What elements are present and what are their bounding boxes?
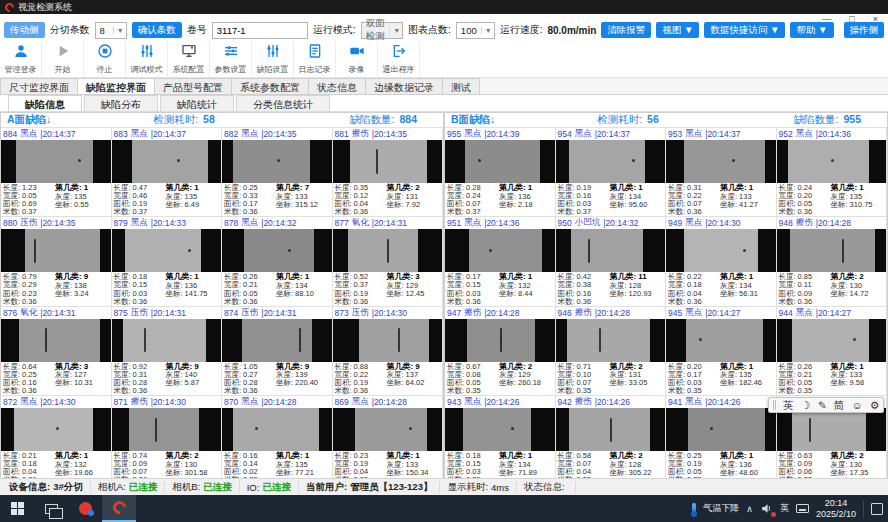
tray-expand-button[interactable]: ∧ — [746, 504, 753, 514]
defect-cell[interactable]: 870黑点|20:14:28长度:0.16宽度:0.14面积:0.02米数:0.… — [222, 396, 333, 485]
ime-settings-icon[interactable]: ⚙ — [870, 400, 879, 411]
defect-cell[interactable]: 950小凹坑|20:14:32长度:0.42宽度:0.38面积:0.16米数:0… — [556, 217, 667, 306]
slit-count-select[interactable]: 8 ▼ — [95, 22, 127, 39]
ime-simplified[interactable]: 简 — [834, 400, 845, 411]
defect-cell[interactable]: 869黑点|20:14:28长度:0.23宽度:0.19面积:0.04米数:0.… — [333, 396, 444, 485]
status-device-info-label: 设备信息: — [9, 481, 50, 494]
ime-pen-icon[interactable]: ✎ — [818, 400, 827, 411]
defect-cell[interactable]: 944黑点|20:14:27长度:0.26宽度:0.21面积:0.05米数:0.… — [777, 307, 888, 396]
operator-side-button[interactable]: 操作侧 — [844, 22, 885, 38]
taskbar-app-vision-system[interactable] — [102, 495, 136, 522]
defect-meters-value: 0.36 — [133, 298, 148, 306]
chart-points-select[interactable]: 100 ▼ — [456, 22, 495, 39]
admin-login-button[interactable]: 管理登录 — [0, 41, 42, 77]
defect-cell[interactable]: 943黑点|20:14:26长度:0.18宽度:0.15面积:0.03米数:0.… — [445, 396, 556, 485]
defect-cell[interactable]: 882黑点|20:14:35长度:0.25宽度:0.33面积:0.17米数:0.… — [222, 128, 333, 217]
defect-cell[interactable]: 877氧化|20:14:31长度:0.52宽度:0.37面积:0.19米数:0.… — [333, 217, 444, 306]
start-button[interactable]: 开始 — [42, 41, 84, 77]
close-button[interactable]: × — [873, 14, 878, 24]
defect-cell-header: 878黑点|20:14:32 — [222, 217, 332, 229]
defect-cell[interactable]: 884黑点|20:14:37长度:1.23宽度:0.05面积:0.69米数:0.… — [1, 128, 112, 217]
defect-cell[interactable]: 876氧化|20:14:31长度:0.64宽度:0.25面积:0.16米数:0.… — [1, 307, 112, 396]
subtab-分类信息统计[interactable]: 分类信息统计 — [236, 95, 330, 111]
defect-cell[interactable]: 880压伤|20:14:35长度:0.79宽度:0.29面积:0.23米数:0.… — [1, 217, 112, 306]
log-record-button[interactable]: 日志记录 — [294, 41, 336, 77]
keyboard-icon[interactable] — [796, 504, 809, 513]
panel-title[interactable]: A面缺陷↓ — [7, 113, 153, 127]
debug-mode-button[interactable]: 调试模式 — [126, 41, 168, 77]
defect-stats: 长度:0.20宽度:0.17面积:0.03米数:0.35第几类:1灰度:135坐… — [666, 362, 776, 395]
defect-cell[interactable]: 945黑点|20:14:27长度:0.20宽度:0.17面积:0.03米数:0.… — [666, 307, 777, 396]
sound-button[interactable] — [760, 502, 773, 515]
taskbar-app-browser[interactable] — [68, 495, 102, 522]
tab-边缘数据记录[interactable]: 边缘数据记录 — [365, 78, 443, 94]
subtab-缺陷分布[interactable]: 缺陷分布 — [84, 95, 158, 111]
defect-cell[interactable]: 948擦伤|20:14:28长度:0.85宽度:0.11面积:0.09米数:0.… — [777, 217, 888, 306]
video-record-button[interactable]: 录像 — [336, 41, 378, 77]
taskbar-clock[interactable]: 20:14 2025/2/10 — [816, 498, 856, 520]
defect-cell[interactable]: 951黑点|20:14:36长度:0.17宽度:0.15面积:0.03米数:0.… — [445, 217, 556, 306]
defect-cell[interactable]: 952黑点|20:14:36长度:0.24宽度:0.20面积:0.05米数:0.… — [777, 128, 888, 217]
input-language-button[interactable]: 英 — [780, 502, 789, 515]
weather-text[interactable]: 气温下降 — [703, 502, 739, 515]
panel-title[interactable]: B面缺陷↓ — [451, 113, 597, 127]
defect-meters-value: 0.36 — [133, 387, 148, 395]
defect-cell[interactable]: 954黑点|20:14:37长度:0.19宽度:0.16面积:0.03米数:0.… — [556, 128, 667, 217]
tab-系统参数配置[interactable]: 系统参数配置 — [231, 78, 309, 94]
run-mode-select[interactable]: 双面检测 ▼ — [361, 22, 404, 39]
start-button[interactable] — [0, 495, 34, 522]
defect-cell[interactable]: 881擦伤|20:14:35长度:0.35宽度:0.12面积:0.04米数:0.… — [333, 128, 444, 217]
defect-cell[interactable]: 949黑点|20:14:30长度:0.22宽度:0.18面积:0.04米数:0.… — [666, 217, 777, 306]
param-settings-button[interactable]: 参数设置 — [210, 41, 252, 77]
defect-settings-button[interactable]: 缺陷设置 — [252, 41, 294, 77]
defect-cell[interactable]: 942擦伤|20:14:26长度:0.58宽度:0.07面积:0.04米数:0.… — [556, 396, 667, 485]
defect-cell[interactable]: 946擦伤|20:14:28长度:0.71宽度:0.10面积:0.07米数:0.… — [556, 307, 667, 396]
clear-alarm-button[interactable]: 清除报警 — [601, 22, 651, 38]
tab-缺陷监控界面[interactable]: 缺陷监控界面 — [77, 78, 155, 94]
defect-cell[interactable]: 883黑点|20:14:37长度:0.47宽度:0.46面积:0.19米数:0.… — [112, 128, 223, 217]
tab-测试[interactable]: 测试 — [442, 78, 480, 94]
ime-emoji-icon[interactable]: ☺ — [852, 400, 863, 411]
tab-产品型号配置[interactable]: 产品型号配置 — [154, 78, 232, 94]
roll-no-input[interactable] — [212, 22, 308, 39]
defect-coord-value: 3.24 — [74, 290, 89, 298]
task-view-button[interactable] — [34, 495, 68, 522]
maximize-button[interactable]: □ — [849, 14, 854, 24]
drive-side-button[interactable]: 传动侧 — [4, 22, 45, 38]
stop-button[interactable]: 停止 — [84, 41, 126, 77]
ime-drag-handle[interactable] — [773, 400, 776, 410]
defect-cell[interactable]: 941黑点|20:14:26长度:0.25宽度:0.19面积:0.05米数:0.… — [666, 396, 777, 485]
subtab-缺陷信息[interactable]: 缺陷信息 — [8, 95, 82, 111]
tab-尺寸监控界面[interactable]: 尺寸监控界面 — [0, 78, 78, 94]
minimize-button[interactable]: — — [822, 14, 831, 24]
defect-meters: 米数:0.35 — [558, 387, 610, 395]
defect-image — [333, 319, 443, 362]
action-center-button[interactable] — [871, 503, 883, 515]
system-config-button[interactable]: 系统配置 — [168, 41, 210, 77]
stop-label: 停止 — [97, 64, 113, 75]
confirm-count-button[interactable]: 确认条数 — [132, 22, 182, 38]
view-menu-button[interactable]: 视图 ▼ — [656, 22, 699, 38]
defect-cell[interactable]: 953黑点|20:14:37长度:0.31宽度:0.22面积:0.07米数:0.… — [666, 128, 777, 217]
defect-cell[interactable]: 873压伤|20:14:30长度:0.88宽度:0.22面积:0.19米数:0.… — [333, 307, 444, 396]
tab-状态信息[interactable]: 状态信息 — [308, 78, 366, 94]
defect-cell[interactable]: 879黑点|20:14:33长度:0.18宽度:0.15面积:0.03米数:0.… — [112, 217, 223, 306]
defect-cell[interactable]: 955黑点|20:14:39长度:0.28宽度:0.24面积:0.07米数:0.… — [445, 128, 556, 217]
subtab-缺陷统计[interactable]: 缺陷统计 — [160, 95, 234, 111]
defect-cell[interactable]: 947擦伤|20:14:28长度:0.67宽度:0.08面积:0.05米数:0.… — [445, 307, 556, 396]
main-tab-bar: 尺寸监控界面缺陷监控界面产品型号配置系统参数配置状态信息边缘数据记录测试 — [0, 78, 888, 95]
defect-cell[interactable]: 872黑点|20:14:30长度:0.21宽度:0.18面积:0.04米数:0.… — [1, 396, 112, 485]
ime-moon-icon[interactable]: ☽ — [801, 400, 810, 411]
defect-image — [777, 408, 887, 451]
defect-time: |20:14:26 — [484, 397, 519, 407]
defect-cell[interactable]: 875压伤|20:14:31长度:0.92宽度:0.31面积:0.28米数:0.… — [112, 307, 223, 396]
data-access-menu-button[interactable]: 数据快捷访问 ▼ — [704, 22, 785, 38]
defect-cell[interactable]: 871擦伤|20:14:30长度:0.74宽度:0.09面积:0.07米数:0.… — [112, 396, 223, 485]
defect-cell[interactable]: 874压伤|20:14:31长度:1.05宽度:0.27面积:0.28米数:0.… — [222, 307, 333, 396]
ime-lang-en[interactable]: 英 — [783, 400, 794, 411]
exit-program-button[interactable]: 退出程序 — [378, 41, 420, 77]
help-menu-button[interactable]: 帮助 ▼ — [790, 22, 833, 38]
defect-cell[interactable]: 878黑点|20:14:32长度:0.26宽度:0.21面积:0.05米数:0.… — [222, 217, 333, 306]
user-icon — [13, 43, 29, 62]
defect-coord-label: 坐标: — [720, 201, 737, 209]
